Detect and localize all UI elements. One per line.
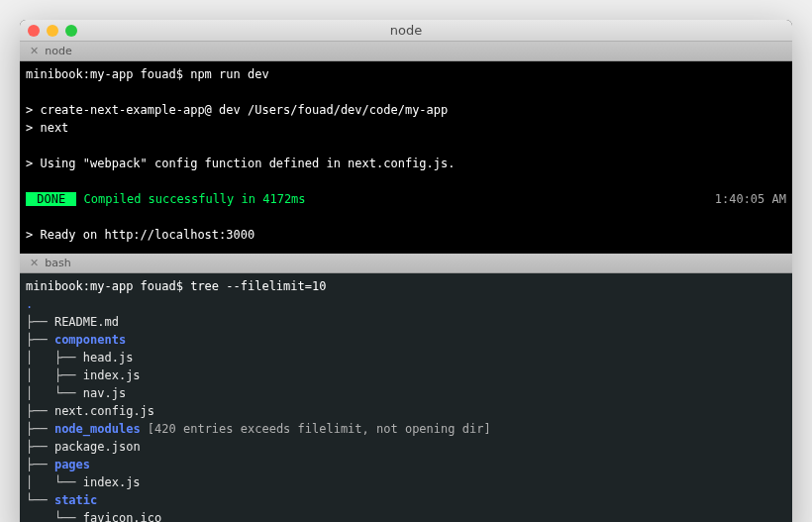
tree-line: └── static bbox=[26, 491, 786, 509]
tree-line: │ └── index.js bbox=[26, 473, 786, 491]
tree-line: ├── components bbox=[26, 331, 786, 349]
status-line: DONE Compiled successfully in 4172ms1:40… bbox=[26, 190, 786, 208]
timestamp: 1:40:05 AM bbox=[715, 190, 786, 208]
close-icon[interactable]: ✕ bbox=[30, 45, 39, 57]
output-line: > create-next-example-app@ dev /Users/fo… bbox=[26, 101, 786, 119]
dir-pages: pages bbox=[54, 458, 90, 471]
output-line bbox=[26, 172, 786, 190]
prompt-text: minibook:my-app fouad$ bbox=[26, 67, 190, 81]
terminal-window: node ✕ node minibook:my-app fouad$ npm r… bbox=[20, 20, 792, 522]
tab-bash[interactable]: ✕ bash bbox=[20, 254, 81, 272]
tab-bar-top: ✕ node bbox=[20, 42, 792, 61]
tree-line: └── favicon.ico bbox=[26, 509, 786, 522]
output-line: > Using "webpack" config function define… bbox=[26, 155, 786, 172]
tab-node[interactable]: ✕ node bbox=[20, 42, 82, 60]
tree-line: ├── README.md bbox=[26, 313, 786, 331]
dir-components: components bbox=[54, 333, 126, 347]
tree-line: ├── node_modules [420 entries exceeds fi… bbox=[26, 420, 786, 438]
dir-static: static bbox=[54, 493, 97, 507]
output-line bbox=[26, 83, 786, 101]
tree-line: ├── package.json bbox=[26, 438, 786, 456]
terminal-pane-bottom[interactable]: minibook:my-app fouad$ tree --filelimit=… bbox=[20, 273, 792, 522]
tab-label: bash bbox=[45, 257, 70, 269]
tab-label: node bbox=[45, 45, 71, 57]
done-message: Compiled successfully in 4172ms bbox=[84, 192, 306, 206]
tab-bar-bottom: ✕ bash bbox=[20, 254, 792, 273]
tree-line: │ ├── head.js bbox=[26, 349, 786, 366]
terminal-pane-top[interactable]: minibook:my-app fouad$ npm run dev > cre… bbox=[20, 61, 792, 254]
prompt-text: minibook:my-app fouad$ bbox=[26, 279, 190, 293]
output-line: > Ready on http://localhost:3000 bbox=[26, 226, 786, 244]
command-text: npm run dev bbox=[190, 67, 268, 81]
output-line bbox=[26, 208, 786, 226]
done-badge: DONE bbox=[26, 192, 76, 206]
minimize-icon[interactable] bbox=[47, 25, 58, 37]
maximize-icon[interactable] bbox=[65, 25, 77, 37]
traffic-lights bbox=[28, 25, 77, 37]
tree-line: │ ├── index.js bbox=[26, 366, 786, 384]
tree-line: ├── next.config.js bbox=[26, 402, 786, 420]
dir-node-modules: node_modules bbox=[54, 422, 141, 436]
window-title: node bbox=[20, 23, 792, 38]
titlebar[interactable]: node bbox=[20, 20, 792, 42]
prompt-line: minibook:my-app fouad$ npm run dev bbox=[26, 65, 786, 83]
output-line: > next bbox=[26, 119, 786, 137]
close-icon[interactable]: ✕ bbox=[30, 257, 39, 269]
output-line bbox=[26, 137, 786, 155]
command-text: tree --filelimit=10 bbox=[190, 279, 326, 293]
tree-root: . bbox=[26, 295, 786, 313]
tree-line: ├── pages bbox=[26, 456, 786, 473]
prompt-line: minibook:my-app fouad$ tree --filelimit=… bbox=[26, 277, 786, 295]
tree-line: │ └── nav.js bbox=[26, 384, 786, 402]
close-icon[interactable] bbox=[28, 25, 40, 37]
